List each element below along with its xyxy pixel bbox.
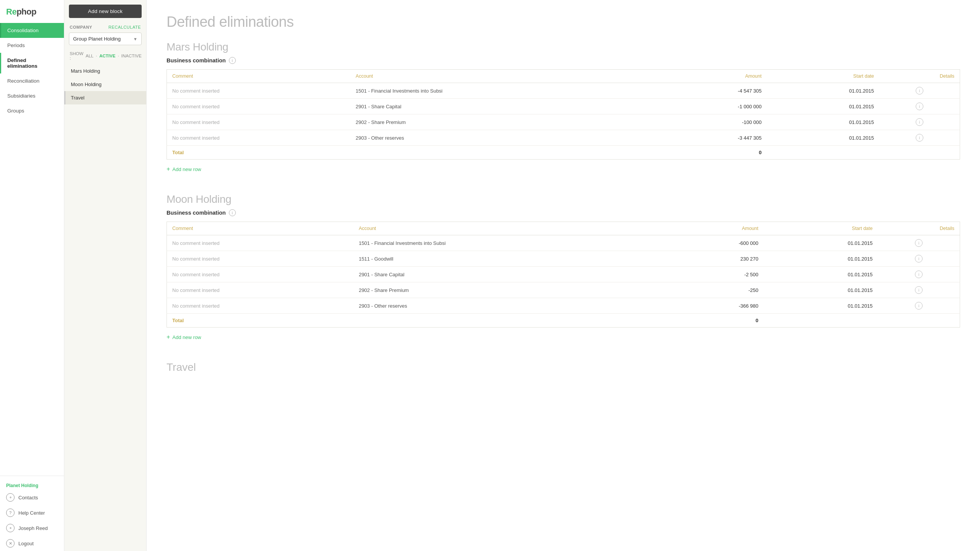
sidebar-item-reconciliation[interactable]: Reconciliation <box>0 73 64 88</box>
account-cell: 2902 - Share Premium <box>353 282 666 298</box>
moon-table: Comment Account Amount Start date Detail… <box>167 222 960 328</box>
section-moon-holding: Moon Holding Business combination i Comm… <box>167 193 960 347</box>
sidebar-item-subsidiaries[interactable]: Subsidiaries <box>0 88 64 103</box>
total-value: 0 <box>658 146 767 160</box>
comment-cell: No comment inserted <box>167 99 351 114</box>
sidebar-item-consolidation[interactable]: Consolidation <box>0 23 64 38</box>
details-cell[interactable]: i <box>879 130 960 146</box>
details-cell[interactable]: i <box>878 267 960 282</box>
add-new-block-button[interactable]: Add new block <box>69 5 142 18</box>
col-details: Details <box>878 222 960 235</box>
list-item-moon-holding[interactable]: Moon Holding <box>64 78 146 91</box>
table-row: No comment inserted 2902 - Share Premium… <box>167 114 960 130</box>
moon-info-icon[interactable]: i <box>229 209 236 216</box>
total-row: Total 0 <box>167 314 960 328</box>
mars-add-new-row[interactable]: + Add new row <box>167 163 960 179</box>
help-center-item[interactable]: ? Help Center <box>0 505 64 520</box>
details-icon[interactable]: i <box>916 103 923 110</box>
startdate-cell: 01.01.2015 <box>764 267 878 282</box>
amount-cell: -3 447 305 <box>658 130 767 146</box>
list-item-travel[interactable]: Travel <box>64 91 146 104</box>
plus-icon: + <box>167 166 170 173</box>
sidebar-item-label: Consolidation <box>7 28 39 33</box>
col-account: Account <box>353 222 666 235</box>
details-icon[interactable]: i <box>915 271 923 278</box>
details-icon[interactable]: i <box>916 118 923 126</box>
amount-cell: -1 000 000 <box>658 99 767 114</box>
filter-active[interactable]: ACTIVE <box>99 54 115 58</box>
details-cell[interactable]: i <box>878 251 960 267</box>
details-cell[interactable]: i <box>878 298 960 314</box>
filter-separator-1: · <box>96 54 97 58</box>
col-amount: Amount <box>666 222 764 235</box>
comment-cell: No comment inserted <box>167 298 354 314</box>
comment-cell: No comment inserted <box>167 235 354 251</box>
moon-business-combo-label: Business combination <box>167 210 226 216</box>
sidebar-item-label: Groups <box>7 108 24 114</box>
amount-cell: -600 000 <box>666 235 764 251</box>
amount-cell: -4 547 305 <box>658 83 767 99</box>
account-cell: 2903 - Other reserves <box>353 298 666 314</box>
logo: Rephop <box>0 0 64 23</box>
moon-add-new-row[interactable]: + Add new row <box>167 331 960 347</box>
details-icon[interactable]: i <box>915 239 923 247</box>
details-cell[interactable]: i <box>879 114 960 130</box>
planet-holding-label: Planet Holding <box>0 479 64 490</box>
add-new-row-label: Add new row <box>172 334 201 340</box>
help-center-label: Help Center <box>18 510 45 516</box>
col-startdate: Start date <box>767 70 879 83</box>
details-cell[interactable]: i <box>879 99 960 114</box>
sidebar-item-defined-eliminations[interactable]: Defined eliminations <box>0 53 64 73</box>
details-icon[interactable]: i <box>915 302 923 310</box>
details-cell[interactable]: i <box>878 282 960 298</box>
startdate-cell: 01.01.2015 <box>767 114 879 130</box>
sidebar-item-label: Subsidiaries <box>7 93 36 99</box>
details-icon[interactable]: i <box>916 87 923 95</box>
startdate-cell: 01.01.2015 <box>767 99 879 114</box>
table-row: No comment inserted 2901 - Share Capital… <box>167 99 960 114</box>
startdate-cell: 01.01.2015 <box>767 83 879 99</box>
contacts-item[interactable]: ⚬ Contacts <box>0 490 64 505</box>
joseph-reed-label: Joseph Reed <box>18 525 48 531</box>
logout-icon: ✕ <box>6 539 15 548</box>
question-icon: ? <box>6 509 15 517</box>
company-label-text: COMPANY <box>70 25 92 29</box>
table-row: No comment inserted 1501 - Financial Inv… <box>167 235 960 251</box>
table-row: No comment inserted 1501 - Financial Inv… <box>167 83 960 99</box>
sidebar-item-periods[interactable]: Periods <box>0 38 64 53</box>
details-icon[interactable]: i <box>916 134 923 142</box>
table-row: No comment inserted 2902 - Share Premium… <box>167 282 960 298</box>
comment-cell: No comment inserted <box>167 114 351 130</box>
startdate-cell: 01.01.2015 <box>764 282 878 298</box>
list-item-mars-holding[interactable]: Mars Holding <box>64 64 146 78</box>
amount-cell: -2 500 <box>666 267 764 282</box>
amount-cell: -100 000 <box>658 114 767 130</box>
comment-cell: No comment inserted <box>167 282 354 298</box>
logout-item[interactable]: ✕ Logout <box>0 536 64 551</box>
col-account: Account <box>350 70 658 83</box>
filter-inactive[interactable]: INACTIVE <box>121 54 142 58</box>
table-row: No comment inserted 2903 - Other reserve… <box>167 298 960 314</box>
startdate-cell: 01.01.2015 <box>767 130 879 146</box>
mars-info-icon[interactable]: i <box>229 57 236 64</box>
total-empty-2 <box>764 314 878 328</box>
contacts-label: Contacts <box>18 495 38 500</box>
account-cell: 2902 - Share Premium <box>350 114 658 130</box>
recalculate-link[interactable]: Recalculate <box>108 25 141 29</box>
filter-all[interactable]: ALL <box>86 54 93 58</box>
joseph-reed-item[interactable]: ⚬ Joseph Reed <box>0 520 64 536</box>
details-icon[interactable]: i <box>915 286 923 294</box>
details-cell[interactable]: i <box>879 83 960 99</box>
details-icon[interactable]: i <box>915 255 923 262</box>
total-label: Total <box>167 314 354 328</box>
total-empty-2 <box>767 146 879 160</box>
details-cell[interactable]: i <box>878 235 960 251</box>
middle-panel: Add new block COMPANY Recalculate Group … <box>64 0 147 551</box>
moon-business-combo-header: Business combination i <box>167 209 960 216</box>
sidebar-item-groups[interactable]: Groups <box>0 103 64 118</box>
company-select[interactable]: Group Planet Holding ▼ <box>69 33 142 45</box>
comment-cell: No comment inserted <box>167 251 354 267</box>
show-filter: SHOW : ALL · ACTIVE · INACTIVE <box>64 49 146 64</box>
logout-label: Logout <box>18 541 34 546</box>
sidebar: Rephop Consolidation Periods Defined eli… <box>0 0 64 551</box>
